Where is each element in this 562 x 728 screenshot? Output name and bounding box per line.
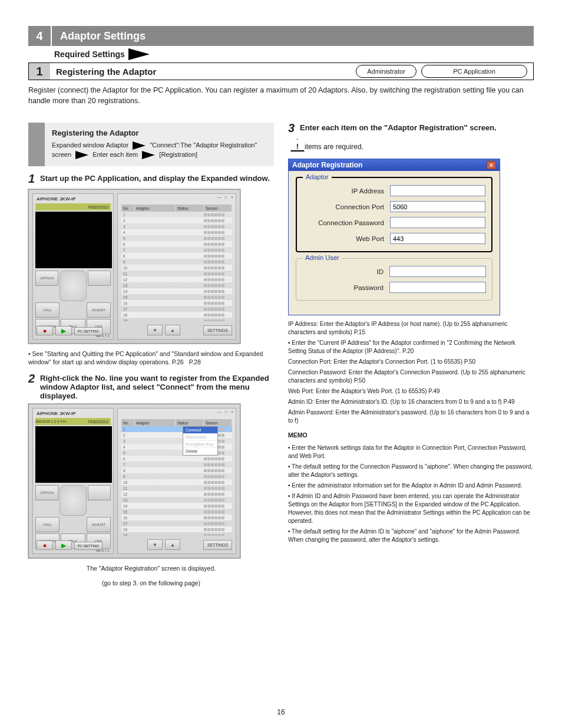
list-item[interactable]: 19 [121,532,232,536]
procedure-title: Registering the Adaptor [52,129,267,137]
arrow-right-icon [75,151,88,159]
scroll-up-button[interactable]: ▲ [165,539,180,550]
key-button[interactable] [88,485,111,500]
required-settings-label: Required Settings [54,50,125,59]
connection-password-label: Connection Password [303,219,390,226]
version-label: Ver.0.7.1 [95,334,110,338]
connection-port-input[interactable] [390,201,485,212]
context-menu[interactable]: Connect Disconnect Encryption Key Delete [183,426,218,456]
list-item[interactable]: 8 [121,467,232,473]
step-content: Registering the Adaptor Administrator PC… [50,63,533,80]
list-item[interactable]: 14 [121,503,232,509]
scroll-down-button[interactable]: ▼ [147,539,163,550]
procedure-flow: Expanded window Adaptor "Connect":The "A… [52,141,267,159]
window-controls[interactable]: — □ × [217,410,234,414]
adjust-button[interactable]: ADJUST [87,302,111,318]
admin-id-label: ID [302,268,389,275]
section-banner: 4 Adaptor Settings [28,26,534,46]
version-label: Ver.0.7.1 [95,549,110,552]
list-item[interactable]: 7 [121,462,232,467]
connection-password-input[interactable] [390,217,485,228]
list-item[interactable]: 7 [121,247,232,253]
list-item[interactable]: 13 [121,497,232,503]
list-item[interactable]: 12 [121,276,232,282]
scroll-down-button[interactable]: ▼ [147,325,163,335]
warning-icon [290,139,305,151]
call-button[interactable]: CALL [35,302,59,318]
list-item[interactable]: 14 [121,288,232,294]
control-buttons: OPTION CALL ADJUST MONITOR TALK OFF [35,485,111,539]
list-item[interactable]: 4 [121,229,232,235]
list-item[interactable]: 16 [121,515,232,521]
list-item[interactable]: 15 [121,294,232,300]
adaptor-list[interactable]: 1234567891011121314151617181920 [121,212,232,321]
web-port-input[interactable] [390,233,485,244]
list-item[interactable]: 10 [121,479,232,485]
step1-note: • See "Starting and Quitting the PC Appl… [28,350,274,366]
ip-address-input[interactable] [390,185,485,196]
arrow-right-icon [133,141,146,150]
app-brand: AIPHONE JKW-IP [37,411,76,416]
list-item[interactable]: 15 [121,509,232,515]
play-button[interactable]: ▶ [55,541,72,550]
list-item[interactable]: 19 [121,318,232,321]
connection-port-label: Connection Port [303,203,390,210]
app-status-bar-sensor: SENSOR 1 2 3 4 M FEB/3/2010 [35,418,111,425]
ctx-connect[interactable]: Connect [183,427,217,434]
option-button[interactable]: OPTION [35,485,58,500]
settings-button[interactable]: SETTINGS [203,325,232,335]
memo-label: MEMO [288,431,534,439]
list-item[interactable]: 6 [121,241,232,247]
play-button[interactable]: ▶ [55,326,72,335]
list-item[interactable]: 13 [121,282,232,288]
step-number: 1 [29,63,50,80]
step-3: 3 Enter each item on the "Adaptor Regist… [288,121,534,135]
call-button[interactable]: CALL [35,517,59,532]
procedure-block: Registering the Adaptor Expanded window … [28,123,274,166]
list-item[interactable]: 9 [121,259,232,265]
list-item[interactable]: 11 [121,271,232,276]
adaptor-registration-dialog: Adaptor Registration × Adaptor IP Addres… [288,159,500,315]
control-buttons: OPTION CALL ADJUST MONITOR TALK OFF [35,271,111,325]
dpad[interactable] [59,485,87,516]
list-item[interactable]: 17 [121,521,232,526]
list-item[interactable]: 1 [121,212,232,218]
list-item[interactable]: 18 [121,312,232,318]
record-button[interactable]: ● [37,326,53,335]
list-item[interactable]: 18 [121,526,232,532]
admin-id-input[interactable] [389,266,486,277]
dialog-titlebar: Adaptor Registration × [289,159,500,171]
settings-button[interactable]: SETTINGS [203,540,232,550]
close-icon[interactable]: × [487,161,496,169]
ctx-delete[interactable]: Delete [183,448,217,455]
list-item[interactable]: 3 [121,223,232,229]
admin-password-input[interactable] [389,282,486,293]
adjust-button[interactable]: ADJUST [87,517,111,532]
list-item[interactable]: 12 [121,491,232,497]
step-header-row: 1 Registering the Adaptor Administrator … [28,62,534,80]
list-item[interactable]: 10 [121,265,232,271]
required-note: items are required. [305,143,363,151]
list-item[interactable]: 9 [121,473,232,479]
list-item[interactable]: 16 [121,300,232,306]
admin-legend: Admin User [302,254,342,261]
adaptor-legend: Adaptor [303,173,332,180]
section-number: 4 [28,26,51,46]
admin-password-label: Password [302,284,389,291]
list-item[interactable]: 6 [121,456,232,462]
record-button[interactable]: ● [37,541,53,550]
list-item[interactable]: 8 [121,253,232,259]
list-item[interactable]: 11 [121,485,232,491]
list-item[interactable]: 5 [121,235,232,241]
adaptor-fieldset: Adaptor IP Address Connection Port Conne… [296,177,492,252]
scroll-up-button[interactable]: ▲ [165,325,180,335]
list-item[interactable]: 2 [121,218,232,223]
ctx-disconnect[interactable]: Disconnect [183,434,217,441]
window-controls[interactable]: — □ × [217,195,234,199]
list-item[interactable]: 17 [121,306,232,312]
dpad[interactable] [59,271,87,301]
ctx-encrypt[interactable]: Encryption Key [183,441,217,448]
key-button[interactable] [88,271,111,286]
pill-administrator: Administrator [356,65,416,78]
option-button[interactable]: OPTION [35,271,58,286]
